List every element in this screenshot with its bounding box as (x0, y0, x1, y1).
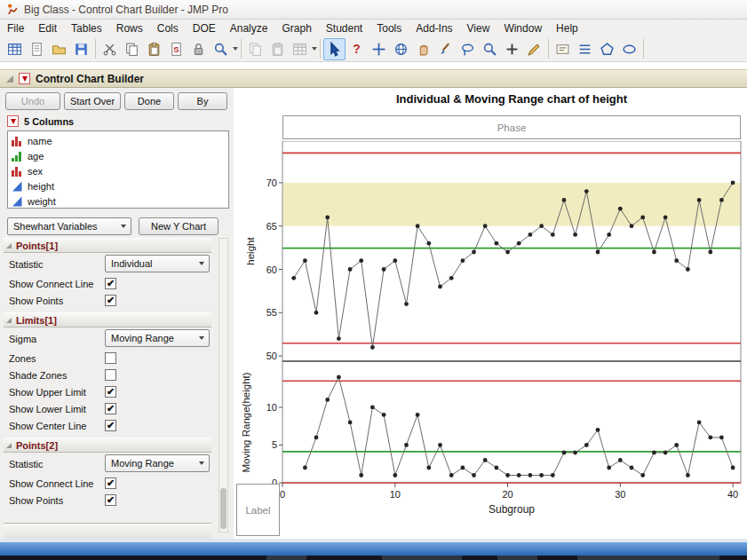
show-connect-line-checkbox[interactable]: ✔ (105, 278, 116, 289)
grabber-tool-icon[interactable] (412, 38, 434, 60)
red-triangle-menu-icon[interactable] (19, 73, 30, 84)
show-center-line-checkbox[interactable]: ✔ (105, 420, 116, 431)
chevron-down-icon[interactable] (312, 47, 317, 51)
nominal-column-icon (12, 166, 22, 177)
report-title: Control Chart Builder (36, 73, 144, 85)
script-icon[interactable]: S (165, 38, 187, 60)
menu-item-doe[interactable]: DOE (186, 20, 223, 36)
zones-checkbox[interactable] (105, 352, 116, 364)
help-tool-icon[interactable]: ? (346, 38, 368, 60)
chart-type-dropdown[interactable]: Shewhart Variables (7, 217, 131, 235)
search-icon[interactable] (210, 38, 232, 60)
new-y-chart-button[interactable]: New Y Chart (139, 217, 219, 235)
show-points-checkbox[interactable]: ✔ (105, 295, 116, 306)
copy-icon[interactable] (121, 38, 143, 60)
column-item-age[interactable]: age (8, 148, 228, 163)
magnifier-tool-icon[interactable] (479, 38, 501, 60)
menu-item-file[interactable]: File (0, 20, 31, 36)
oval-tool-icon[interactable] (618, 38, 640, 60)
menu-item-analyze[interactable]: Analyze (223, 20, 275, 36)
column-item-height[interactable]: height (8, 178, 228, 193)
row-show-lower-limit: Show Lower Limit✔ (4, 400, 211, 417)
section-header[interactable]: Points[1] (4, 238, 211, 253)
column-item-sex[interactable]: sex (8, 163, 228, 178)
columns-panel-header[interactable]: 5 Columns (7, 115, 74, 127)
row-show-upper-limit: Show Upper Limit✔ (4, 383, 211, 400)
show-upper-limit-checkbox[interactable]: ✔ (105, 386, 116, 398)
menu-item-tools[interactable]: Tools (370, 20, 409, 36)
start-over-button[interactable]: Start Over (64, 92, 121, 110)
nominal-column-icon (12, 136, 22, 146)
arrow-tool-icon[interactable] (323, 38, 346, 60)
disclosure-triangle-icon[interactable] (6, 75, 13, 83)
show-points-checkbox[interactable]: ✔ (105, 494, 116, 506)
disclosure-triangle-icon[interactable] (6, 318, 12, 323)
panel-scrollbar[interactable] (219, 238, 228, 532)
globe-tool-icon[interactable] (390, 38, 412, 60)
svg-text:10: 10 (266, 402, 277, 413)
by-button[interactable]: By (178, 92, 227, 110)
menu-item-rows[interactable]: Rows (109, 20, 150, 36)
title-bar: Big Class - Control Chart Builder - JMP … (0, 0, 747, 20)
show-lower-limit-checkbox[interactable]: ✔ (105, 403, 116, 414)
paste-icon[interactable] (143, 38, 165, 60)
scrollbar-thumb[interactable] (220, 488, 226, 529)
pencil-tool-icon[interactable] (523, 38, 545, 60)
chevron-down-icon[interactable] (233, 47, 238, 51)
column-item-weight[interactable]: weight (8, 193, 228, 209)
svg-text:10: 10 (390, 489, 401, 500)
toolbar-separator (241, 39, 242, 59)
menu-item-tables[interactable]: Tables (64, 20, 109, 36)
menu-item-addins[interactable]: Add-Ins (409, 20, 459, 36)
shade-zones-checkbox[interactable] (105, 369, 116, 381)
svg-text:?: ? (353, 42, 360, 56)
red-triangle-menu-icon[interactable] (7, 115, 19, 127)
lock-icon[interactable] (187, 38, 210, 60)
control-chart-plot[interactable]: 50556065700510010203040Subgroup (256, 141, 743, 523)
menu-item-help[interactable]: Help (549, 20, 585, 36)
statistic-dropdown[interactable]: Moving Range (105, 454, 210, 472)
menu-item-graph[interactable]: Graph (274, 20, 318, 36)
background-window-strip (0, 542, 747, 556)
column-item-name[interactable]: name (8, 133, 228, 148)
columns-list: nameagesexheightweight (7, 130, 229, 209)
section-title: Limits[1] (16, 315, 57, 326)
plus-tool-icon[interactable] (501, 38, 523, 60)
done-button[interactable]: Done (124, 92, 174, 110)
section-header[interactable]: Limits[1] (4, 312, 211, 327)
crosshair-tool-icon[interactable] (368, 38, 390, 60)
show-connect-line-label: Show Connect Line (9, 279, 93, 289)
statistic-label: Statistic (9, 459, 44, 469)
menu-item-view[interactable]: View (460, 20, 497, 36)
annotate-icon[interactable] (552, 38, 574, 60)
polygon-tool-icon[interactable] (596, 38, 618, 60)
section-header[interactable]: Points[2] (4, 438, 211, 453)
disclosure-triangle-icon[interactable] (6, 443, 12, 448)
report-header[interactable]: Control Chart Builder (0, 69, 747, 88)
svg-text:S: S (173, 44, 179, 54)
label-drop-zone[interactable]: Label (236, 484, 280, 536)
row-show-connect-line: Show Connect Line✔ (4, 475, 211, 492)
menu-item-student[interactable]: Student (319, 20, 370, 36)
section-title: Points[1] (16, 241, 58, 251)
phase-drop-zone[interactable]: Phase (282, 115, 741, 139)
new-journal-icon[interactable] (26, 38, 48, 60)
line-shapes-icon[interactable] (574, 38, 596, 60)
window-title: Big Class - Control Chart Builder - JMP … (24, 4, 228, 16)
disclosure-triangle-icon[interactable] (6, 243, 12, 248)
menu-item-edit[interactable]: Edit (31, 20, 64, 36)
new-data-table-icon[interactable] (4, 38, 26, 60)
brush-tool-icon[interactable] (434, 38, 457, 60)
svg-text:5: 5 (272, 439, 277, 450)
column-name: age (28, 151, 44, 162)
open-icon[interactable] (48, 38, 70, 60)
statistic-dropdown[interactable]: Individual (105, 255, 210, 272)
cut-icon[interactable] (99, 38, 121, 60)
sigma-dropdown[interactable]: Moving Range (105, 329, 210, 347)
menu-item-window[interactable]: Window (497, 20, 549, 36)
lasso-tool-icon[interactable] (457, 38, 479, 60)
menu-item-cols[interactable]: Cols (150, 20, 186, 36)
save-icon[interactable] (70, 38, 92, 60)
show-points-label: Show Points (9, 495, 63, 506)
show-connect-line-checkbox[interactable]: ✔ (105, 477, 116, 489)
